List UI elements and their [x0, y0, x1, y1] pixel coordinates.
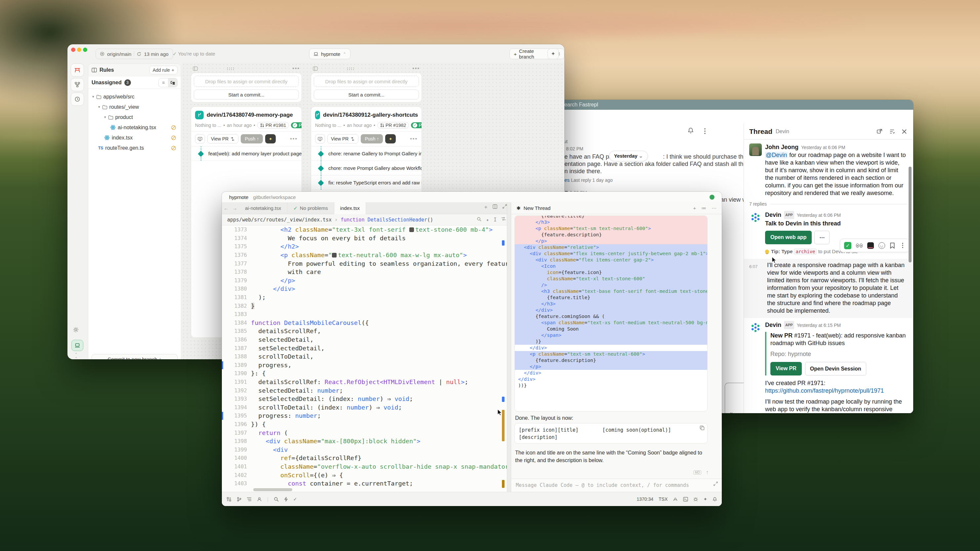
settings-icon[interactable] [73, 327, 79, 333]
ci-status-pill[interactable]: ✓Passed [291, 122, 302, 128]
code-line-1403[interactable]: 1403 const container = e.currentTarget; [222, 479, 507, 488]
editor-titlebar[interactable]: hyprnote gitbutler/workspace [222, 192, 722, 202]
editor-scrollbar[interactable] [501, 225, 505, 492]
buffer-search-icon[interactable] [477, 217, 481, 223]
drop-files-zone[interactable]: Drop files to assign or commit directly [194, 76, 299, 87]
code-line-1380[interactable]: 1380 </div> [222, 284, 507, 293]
branch-name[interactable]: devin/1764380749-memory-page [207, 112, 293, 118]
code-line-1395[interactable]: 1395 progress: number; [222, 411, 507, 420]
replies-fragment[interactable]: es Last reply 1 day ago [565, 177, 612, 183]
pane-divider[interactable] [507, 202, 511, 492]
add-reaction-icon[interactable] [878, 242, 885, 249]
more-actions-button[interactable]: ⋯ [815, 231, 830, 244]
commit-row[interactable]: chore: move Prompt Gallery above Workflo… [311, 161, 422, 176]
pr-number-pill[interactable]: PR #1981 [257, 122, 289, 129]
tree-item-routes-view[interactable]: ▾routes/_view [90, 102, 179, 112]
new-tab-icon[interactable]: + [484, 204, 487, 210]
code-line-1399[interactable]: 1399 <div [222, 445, 507, 454]
thread-filter-icon[interactable] [889, 128, 896, 135]
pr-number-pill[interactable]: PR #1982 [377, 122, 409, 129]
code-line-1381[interactable]: 1381 ); [222, 293, 507, 302]
branch-menu-icon[interactable]: ••• [410, 136, 418, 142]
editor-tab-ai-notetaking-tsx[interactable]: ai-notetaking.tsx [239, 202, 287, 214]
ai-commit-button[interactable]: ✦ [265, 134, 276, 143]
code-line-1387[interactable]: 1387 setSelectedDetail, [222, 344, 507, 353]
diff-preview-card[interactable]: {feature.title} </h3> <p className="text… [514, 216, 708, 411]
history-rail-button[interactable] [71, 92, 84, 106]
toggle-icon[interactable] [501, 217, 506, 223]
new-thread-icon[interactable]: + [693, 205, 696, 211]
tree-item-product[interactable]: ▾product [90, 112, 179, 122]
ci-status-pill[interactable]: ✓Passed [411, 122, 422, 128]
code-line-1373[interactable]: 1373 <h2 className="text-3xl font-serif … [222, 225, 507, 234]
open-in-window-icon[interactable] [876, 128, 883, 135]
commit-row[interactable]: fix: resolve TypeScript errors and add r… [311, 176, 422, 190]
push-button[interactable]: Push ↑ [241, 134, 263, 143]
agent-menu-icon[interactable]: ⋯ [711, 205, 716, 211]
devin-avatar[interactable] [749, 211, 762, 224]
branch-name[interactable]: devin/1764380912-gallery-shortcuts [323, 112, 418, 118]
expand-input-icon[interactable] [714, 481, 718, 486]
markdown-icon[interactable]: MD [693, 470, 701, 475]
check-reaction-icon[interactable]: ✓ [844, 242, 851, 249]
tree-item-ai-notetaking-tsx[interactable]: ai-notetaking.tsx [90, 122, 179, 133]
commit-row[interactable]: feat(web): add memory layer product page [191, 146, 302, 161]
terminal-icon[interactable] [683, 497, 688, 502]
add-rule-button[interactable]: Add rule+ [150, 66, 178, 75]
code-line-1390[interactable]: 1390}: { [222, 369, 507, 378]
active-project-indicator[interactable] [72, 340, 83, 351]
source-control-icon[interactable] [237, 497, 241, 502]
code-line-1379[interactable]: 1379 </p> [222, 276, 507, 285]
ai-commit-button[interactable]: ✦ [385, 134, 396, 143]
collapse-lane-icon[interactable] [313, 67, 318, 71]
code-line-1397[interactable]: 1397 return ( [222, 429, 507, 437]
workspace-rail-button[interactable] [71, 64, 84, 77]
bell-icon[interactable] [687, 127, 694, 135]
selection-icon[interactable]: I [494, 217, 496, 223]
code-line-1398[interactable]: 1398 <div className="max-[800px]:block h… [222, 437, 507, 446]
notifications-bell-icon[interactable] [713, 497, 717, 502]
copy-icon[interactable] [700, 426, 705, 430]
project-name[interactable]: hyprnote [229, 194, 248, 200]
diagnostics-check-icon[interactable]: ✓ [293, 497, 297, 502]
review-button[interactable] [195, 134, 205, 143]
drop-files-zone[interactable]: Drop files to assign or commit directly [314, 76, 419, 87]
open-devin-session-button[interactable]: Open Devin Session [805, 362, 866, 375]
author-name[interactable]: Devin [765, 211, 781, 219]
code-line-1391[interactable]: 1391 detailsScrollRef: React.RefObject<H… [222, 378, 507, 386]
outline-icon[interactable] [247, 497, 251, 502]
code-line-1402[interactable]: 1402 onScroll={(e) ⇒ { [222, 471, 507, 479]
inline-assist-icon[interactable]: ✦ [486, 217, 489, 223]
view-pr-button[interactable]: View PR [770, 362, 802, 375]
push-button[interactable]: Push ↑ [361, 134, 383, 143]
view-pr-button[interactable]: View PR [207, 134, 239, 143]
mention[interactable]: @Devin [765, 152, 788, 158]
close-window-button[interactable] [71, 48, 75, 52]
code-line-1401[interactable]: 1401 className="overflow-x-auto scrollba… [222, 462, 507, 471]
ai-actions-button[interactable]: ✦ [547, 49, 559, 59]
code-line-1396[interactable]: 1396}) { [222, 420, 507, 429]
thread-history-icon[interactable]: ≔ [701, 205, 706, 211]
code-line-1375[interactable]: 1375 </h2> [222, 242, 507, 251]
quick-actions-icon[interactable] [284, 497, 288, 502]
drag-handle[interactable] [347, 67, 355, 70]
debug-icon[interactable] [693, 497, 698, 502]
lane-menu-icon[interactable]: ••• [292, 65, 300, 71]
collab-icon[interactable] [257, 497, 262, 502]
author-name[interactable]: John Jeong [765, 143, 799, 151]
thread-scrollbar[interactable] [908, 167, 912, 262]
code-line-1393[interactable]: 1393 setSelectedDetail: (index: number) … [222, 395, 507, 403]
open-web-app-button[interactable]: Open web app [765, 231, 812, 244]
bookmark-icon[interactable] [890, 242, 895, 249]
eyes-reaction-icon[interactable] [856, 244, 862, 248]
search-icon[interactable] [274, 497, 279, 502]
nav-forward-icon[interactable]: → [231, 205, 239, 211]
collapse-lane-icon[interactable] [193, 67, 198, 71]
nav-back-icon[interactable]: ← [222, 205, 231, 211]
code-line-1389[interactable]: 1389 progress, [222, 361, 507, 370]
timestamp[interactable]: Yesterday at 6:06 PM [801, 144, 845, 151]
copilot-icon[interactable] [673, 497, 678, 502]
branch-menu-icon[interactable]: ••• [290, 136, 298, 142]
code-line-1384[interactable]: 1384function DetailsMobileCarousel({ [222, 319, 507, 327]
assistant-icon[interactable]: ✦ [703, 497, 707, 502]
